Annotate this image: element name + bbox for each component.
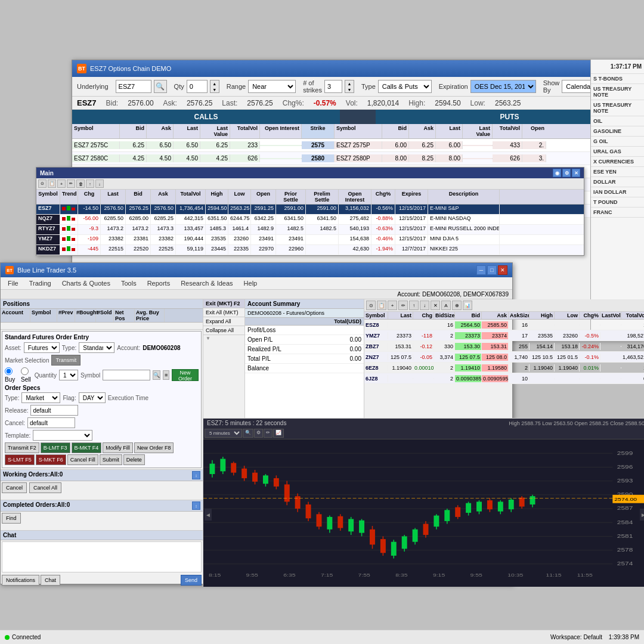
- sidebar-instrument[interactable]: FRANC: [591, 208, 644, 218]
- menu-item-help[interactable]: Help: [239, 278, 262, 288]
- qty-down-button[interactable]: ▼: [210, 86, 219, 92]
- fn-btn-s-mkt-f6[interactable]: S-MKT F6: [36, 454, 66, 465]
- fn-btn-new-order-f8[interactable]: New Order F8: [134, 442, 174, 453]
- sidebar-instrument[interactable]: IAN DOLLAR: [591, 187, 644, 197]
- futures-row[interactable]: RTYZ7 -9.3 1473.2 1473.2 1473.3 133,457 …: [36, 225, 584, 235]
- oe-template-select[interactable]: [33, 430, 92, 441]
- oe-symbol-input[interactable]: [103, 370, 150, 380]
- chart-draw-icon[interactable]: ✏: [264, 429, 273, 438]
- chart-timeframe-select[interactable]: 5 minutes: [205, 429, 242, 438]
- cancel-button[interactable]: Cancel: [2, 482, 27, 493]
- menu-item-tools[interactable]: Tools: [116, 278, 141, 288]
- blt-restore-button[interactable]: □: [487, 265, 497, 275]
- type-select[interactable]: Calls & Puts: [378, 80, 432, 93]
- expiration-select[interactable]: OES Dec 15, 2017: [470, 80, 536, 93]
- qty-up-button[interactable]: ▲: [210, 80, 219, 86]
- menu-item-research-&-ideas[interactable]: Research & Ideas: [176, 278, 237, 288]
- fn-btn-submit[interactable]: Submit: [100, 454, 122, 465]
- range-select[interactable]: Near: [248, 80, 296, 93]
- ft-icon-5[interactable]: 🗑: [76, 179, 85, 188]
- notifications-tab[interactable]: Notifications: [2, 575, 39, 586]
- quote-row[interactable]: 6EZ8 1.19040 0.00010 2 1.19410 1.19580 2…: [364, 363, 644, 373]
- oe-type-select[interactable]: Standard: [79, 342, 114, 353]
- chart-settings-icon[interactable]: ⚙: [254, 429, 263, 438]
- chat-tab[interactable]: Chat: [41, 575, 60, 586]
- chart-indicator-icon[interactable]: 📈: [273, 429, 284, 438]
- oe-asset-select[interactable]: Futures: [24, 342, 60, 353]
- send-button[interactable]: Send: [181, 575, 202, 586]
- qt-btn-8[interactable]: A: [441, 301, 451, 310]
- sidebar-instrument[interactable]: DOLLAR: [591, 177, 644, 187]
- fn-btn-b-lmt-f3[interactable]: B-LMT F3: [41, 442, 70, 453]
- sidebar-instrument[interactable]: US TREASURY NOTE: [591, 84, 644, 100]
- quote-row[interactable]: YMZ7 23373 -118 2 23373 23374 17 23535 2…: [364, 330, 644, 341]
- ft-icon-6[interactable]: ↑: [86, 179, 94, 188]
- futures-row[interactable]: ESZ7 -14.50 2576.50 2576.25 2576.50 1,73…: [36, 205, 584, 215]
- qt-btn-9[interactable]: ⊕: [452, 301, 462, 310]
- qt-btn-6[interactable]: ↓: [420, 301, 429, 310]
- underlying-input[interactable]: [116, 80, 151, 93]
- sidebar-instrument[interactable]: OIL: [591, 116, 644, 126]
- ft-icon-1[interactable]: ⊙: [38, 179, 47, 188]
- oe-transmit-button[interactable]: Transmit: [51, 355, 80, 366]
- oe-release-input[interactable]: [30, 405, 78, 416]
- sidebar-instrument[interactable]: URAL GAS: [591, 147, 644, 157]
- cancel-all-button[interactable]: Cancel All: [29, 482, 61, 493]
- ft-icon-2[interactable]: 📋: [48, 179, 56, 188]
- strikes-up-button[interactable]: ▲: [345, 80, 354, 86]
- chart-left-scroll[interactable]: ◄: [205, 509, 212, 521]
- quote-row[interactable]: 6JZ8 2 0.0090385 0.0090595 10 0: [364, 373, 644, 384]
- menu-item-trading[interactable]: Trading: [24, 278, 56, 288]
- quote-row[interactable]: ZNZ7 125 07.5 -0.05 3,374 125 07.5 125 0…: [364, 352, 644, 363]
- blt-close-button[interactable]: ✕: [498, 265, 507, 275]
- sidebar-instrument[interactable]: T POUND: [591, 197, 644, 208]
- fn-btn-delete[interactable]: Delete: [123, 454, 145, 465]
- menu-item-reports[interactable]: Reports: [143, 278, 175, 288]
- chart-zoom-icon[interactable]: 🔍: [243, 429, 253, 438]
- qt-btn-10[interactable]: 📊: [463, 301, 472, 310]
- fn-btn-modify-fill[interactable]: Modify Fill: [103, 442, 133, 453]
- fn-btn-s-lmt-f5[interactable]: S-LMT F5: [5, 454, 35, 465]
- new-order-button[interactable]: New Order: [172, 369, 199, 381]
- oe-qty-select[interactable]: 1: [59, 370, 78, 380]
- oe-flag-select[interactable]: DAY: [79, 392, 106, 403]
- qt-btn-1[interactable]: ⊙: [366, 301, 376, 310]
- find-button[interactable]: Find: [2, 513, 21, 524]
- fn-btn-cancel-fill[interactable]: Cancel Fill: [67, 454, 98, 465]
- qty-input[interactable]: [187, 80, 208, 93]
- underlying-search-button[interactable]: 🔍: [154, 80, 167, 93]
- oe-type2-select[interactable]: Market: [21, 392, 60, 403]
- qt-btn-3[interactable]: +: [388, 301, 397, 310]
- qt-btn-2[interactable]: 📋: [377, 301, 386, 310]
- menu-item-file[interactable]: File: [3, 278, 23, 288]
- futures-row[interactable]: YMZ7 -109 23382 23381 23382 190,444 2353…: [36, 235, 584, 245]
- sidebar-instrument[interactable]: X CURRENCIES: [591, 157, 644, 167]
- ft-icon-4[interactable]: ✏: [67, 179, 75, 188]
- sidebar-instrument[interactable]: ESE YEN: [591, 167, 644, 177]
- working-expand-icon[interactable]: ↕: [192, 471, 200, 479]
- menu-item-charts-&-quotes[interactable]: Charts & Quotes: [57, 278, 115, 288]
- futures-row[interactable]: NQZ7 -56.00 6285.50 6285.00 6285.25 442,…: [36, 215, 584, 225]
- oe-search-icon[interactable]: 🔍: [153, 370, 160, 380]
- oe-list-icon[interactable]: ≡: [163, 370, 169, 380]
- sell-radio[interactable]: [21, 367, 29, 375]
- ft-toolbar-icon[interactable]: ◉: [553, 169, 561, 177]
- qt-btn-7[interactable]: ✕: [431, 301, 440, 310]
- qt-btn-5[interactable]: ↑: [409, 301, 419, 310]
- strikes-input[interactable]: [324, 80, 342, 93]
- fn-btn-b-mkt-f4[interactable]: B-MKT F4: [72, 442, 102, 453]
- sidebar-instrument[interactable]: S T-BONDS: [591, 74, 644, 84]
- futures-row[interactable]: NKDZ7 -445 22515 22520 22525 59,119 2344…: [36, 245, 584, 255]
- chart-right-scroll[interactable]: ►: [640, 509, 644, 521]
- fn-btn-transmit-f2[interactable]: Transmit F2: [5, 442, 39, 453]
- quote-row[interactable]: ESZ8 16 2564.50 2585.50 16 1: [364, 320, 644, 330]
- strikes-down-button[interactable]: ▼: [345, 86, 354, 92]
- blt-minimize-button[interactable]: ─: [476, 265, 486, 275]
- sidebar-instrument[interactable]: GASOLINE: [591, 126, 644, 137]
- buy-radio[interactable]: [5, 367, 13, 375]
- completed-expand-icon[interactable]: ↕: [192, 501, 200, 510]
- sidebar-instrument[interactable]: US TREASURY NOTE: [591, 100, 644, 116]
- oe-cancel-input[interactable]: [27, 417, 75, 428]
- ft-icon-7[interactable]: ↓: [95, 179, 104, 188]
- ft-close-icon[interactable]: ✕: [572, 169, 580, 177]
